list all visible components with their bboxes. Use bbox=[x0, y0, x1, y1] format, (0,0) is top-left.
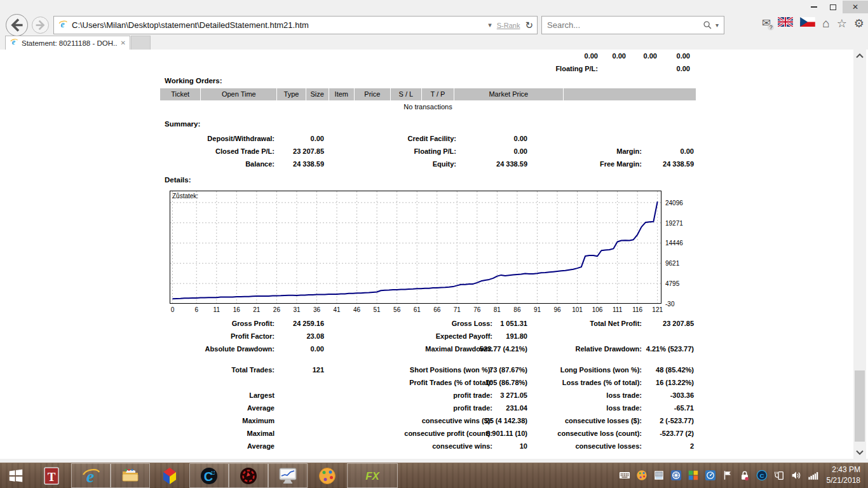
favorites-star-icon[interactable]: ☆ bbox=[837, 18, 847, 29]
c-smiley-app-icon[interactable]: C bbox=[189, 463, 229, 488]
srank-badge[interactable]: S-Rank bbox=[497, 22, 520, 29]
file-explorer-icon[interactable] bbox=[111, 463, 150, 488]
stat-label: Absolute Drawdown: bbox=[205, 342, 275, 355]
tray-grid-window-icon[interactable] bbox=[653, 469, 665, 482]
settings-gear-icon[interactable]: ⚙ bbox=[854, 18, 864, 29]
tab-close-icon[interactable]: ✕ bbox=[121, 39, 126, 46]
start-button[interactable] bbox=[0, 463, 32, 488]
minimize-button[interactable] bbox=[804, 1, 824, 13]
tray-flag-icon[interactable] bbox=[721, 469, 734, 482]
stat-value: 23 207.85 bbox=[293, 145, 324, 158]
fx-app-icon[interactable]: FX bbox=[347, 463, 398, 488]
x-tick-label: 86 bbox=[510, 306, 525, 313]
stat-value: 25 (4 142.38) bbox=[486, 414, 527, 427]
tray-gauge-icon[interactable] bbox=[704, 469, 717, 482]
internet-explorer-icon[interactable]: e bbox=[71, 463, 111, 488]
x-tick-label: 91 bbox=[529, 306, 545, 313]
working-orders-header-cell: Ticket bbox=[160, 88, 200, 100]
working-orders-header-cell: Size bbox=[306, 88, 329, 100]
stat-row: Largestprofit trade:3 271.05loss trade:-… bbox=[160, 389, 694, 402]
stat-row: Absolute Drawdown:0.00Maximal Drawdown:5… bbox=[160, 342, 694, 355]
refresh-icon[interactable]: ↻ bbox=[525, 20, 533, 31]
x-tick-label: 111 bbox=[610, 306, 625, 313]
title-bar: ✕ bbox=[0, 0, 868, 14]
page-favicon-ie: e bbox=[58, 19, 68, 31]
tab-title: Statement: 80211188 - DOH... bbox=[22, 39, 118, 47]
cube-app-icon[interactable] bbox=[150, 463, 189, 488]
stat-label: Total Net Profit: bbox=[590, 317, 642, 330]
search-box[interactable]: Search... ▾ bbox=[541, 16, 724, 34]
tray-palette-icon[interactable] bbox=[635, 469, 648, 482]
x-tick-label: 96 bbox=[550, 306, 565, 313]
uk-flag-icon[interactable] bbox=[778, 17, 793, 29]
czech-flag-icon[interactable] bbox=[800, 17, 815, 29]
toolbar-icons: ✉? ⌂ ☆ ⚙ bbox=[762, 17, 864, 29]
search-dropdown-icon[interactable]: ▾ bbox=[715, 22, 719, 29]
back-button[interactable] bbox=[6, 14, 28, 36]
x-tick-label: 101 bbox=[570, 306, 585, 313]
stat-label: loss trade: bbox=[606, 402, 642, 414]
summary-title: Summary: bbox=[165, 120, 200, 128]
app-t-icon[interactable]: T bbox=[32, 463, 71, 488]
stat-row: Profit Trades (% of total):105 (86.78%)L… bbox=[160, 376, 694, 389]
stat-value: -303.36 bbox=[670, 389, 694, 402]
stat-label: Floating P/L: bbox=[414, 145, 456, 158]
working-orders-header-cell: Type bbox=[277, 88, 306, 100]
stat-label: Deposit/Withdrawal: bbox=[207, 132, 275, 145]
screen: ✕ e C:\Users\Milan\Desktop\statement\Det… bbox=[0, 0, 868, 488]
svg-text:T: T bbox=[48, 470, 56, 484]
address-bar[interactable]: e C:\Users\Milan\Desktop\statement\Detai… bbox=[53, 16, 538, 34]
new-tab-button[interactable] bbox=[131, 36, 151, 50]
browser-chrome: ✕ e C:\Users\Milan\Desktop\statement\Det… bbox=[0, 0, 868, 50]
scroll-up-button[interactable] bbox=[853, 50, 866, 62]
forward-button[interactable] bbox=[32, 17, 49, 34]
x-tick-label: 116 bbox=[630, 306, 645, 313]
stat-label: Equity: bbox=[433, 158, 456, 170]
taskbar-apps: TeCFX bbox=[0, 463, 398, 488]
feedback-mail-icon[interactable]: ✉? bbox=[762, 18, 771, 29]
tray-keyboard-icon[interactable] bbox=[618, 469, 631, 482]
home-icon[interactable]: ⌂ bbox=[822, 17, 829, 29]
tray-wheel-icon[interactable] bbox=[670, 469, 682, 482]
red-shield-app-icon[interactable] bbox=[229, 463, 268, 488]
palette-app-icon[interactable] bbox=[308, 463, 347, 488]
cut-off-total-value: 0.00 bbox=[585, 52, 598, 60]
working-orders-header-cell: T / P bbox=[422, 88, 454, 100]
tray-power-icon[interactable] bbox=[773, 469, 785, 482]
forward-arrow-icon bbox=[32, 17, 48, 33]
stat-label: consecutive wins ($): bbox=[422, 414, 492, 427]
stat-value: -523.77 (2) bbox=[660, 427, 694, 440]
floating-pl-label: Floating P/L: bbox=[555, 65, 598, 72]
stat-label: Total Trades: bbox=[231, 363, 275, 376]
tray-tuneup-icon[interactable] bbox=[687, 469, 700, 482]
vertical-scrollbar[interactable] bbox=[853, 50, 866, 459]
close-button[interactable]: ✕ bbox=[843, 1, 868, 13]
stat-label: Profit Factor: bbox=[231, 330, 275, 342]
tray-lock-icon[interactable] bbox=[738, 469, 751, 482]
stat-value: 0.00 bbox=[311, 342, 324, 355]
tray-network-icon[interactable] bbox=[807, 469, 820, 482]
details-title: Details: bbox=[165, 176, 191, 184]
scrollbar-thumb[interactable] bbox=[855, 370, 865, 442]
stat-row: Maximalconsecutive profit (count):8 901.… bbox=[160, 427, 694, 440]
working-orders-header-cell: Market Price bbox=[454, 88, 563, 100]
stat-value: 523.77 (4.21%) bbox=[480, 342, 527, 355]
stat-label: profit trade: bbox=[453, 389, 492, 402]
search-icon[interactable] bbox=[703, 20, 712, 30]
taskbar-clock[interactable]: 2:43 PM 5/21/2018 bbox=[824, 464, 865, 486]
y-tick-label: 14446 bbox=[665, 240, 683, 247]
x-tick-label: 36 bbox=[309, 306, 325, 313]
tray-volume-icon[interactable] bbox=[790, 469, 803, 482]
stat-label: Short Positions (won %): bbox=[410, 363, 492, 376]
search-placeholder: Search... bbox=[547, 20, 703, 30]
stat-label: Profit Trades (% of total): bbox=[409, 376, 492, 389]
chart-monitor-app-icon[interactable] bbox=[268, 463, 308, 488]
stat-value: 3 271.05 bbox=[500, 389, 527, 402]
maximize-button[interactable] bbox=[824, 1, 843, 13]
address-dropdown-icon[interactable]: ▾ bbox=[488, 21, 492, 29]
stat-value: 231.04 bbox=[506, 402, 527, 414]
tab-statement[interactable]: e Statement: 80211188 - DOH... ✕ bbox=[5, 36, 130, 50]
tray-copyright-icon[interactable]: C bbox=[756, 469, 768, 482]
x-tick-label: 46 bbox=[349, 306, 365, 313]
scroll-down-button[interactable] bbox=[853, 446, 866, 459]
